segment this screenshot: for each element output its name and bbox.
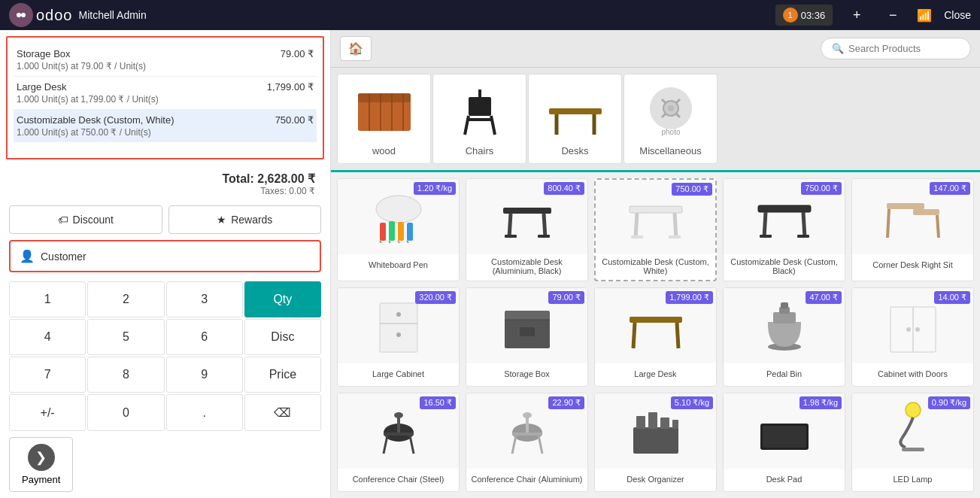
product-price-badge: 1,799.00 ₹ [666, 291, 713, 304]
product-name: Pedal Bin [724, 363, 845, 386]
product-price-badge: 147.00 ₹ [930, 182, 970, 195]
product-price-badge: 1.98 ₹/kg [799, 396, 842, 409]
order-item[interactable]: Large Desk 1,799.00 ₹ 1.000 Unit(s) at 1… [14, 77, 317, 110]
order-item[interactable]: Storage Box 79.00 ₹ 1.000 Unit(s) at 79.… [14, 44, 317, 77]
numpad-key-0[interactable]: 0 [87, 394, 164, 431]
product-card[interactable]: 750.00 ₹ Customizable Desk (Custom, Whit… [594, 178, 717, 281]
product-card[interactable]: 800.40 ₹ Customizable Desk (Aluminium, B… [466, 178, 588, 281]
svg-line-33 [509, 214, 511, 238]
svg-line-61 [677, 323, 678, 348]
numpad-key-1[interactable]: 1 [9, 281, 86, 317]
svg-point-68 [906, 327, 911, 332]
numpad-key-2[interactable]: 2 [87, 281, 164, 317]
numpad-key-7[interactable]: 7 [9, 357, 86, 393]
product-card[interactable]: 14.00 ₹ Cabinet with Doors [851, 287, 974, 387]
order-item-name: Customizable Desk (Custom, White) [17, 114, 174, 126]
svg-line-29 [389, 241, 390, 243]
numpad-key-⌫[interactable]: ⌫ [244, 394, 321, 431]
product-card[interactable]: 147.00 ₹ Corner Desk Right Sit [851, 178, 974, 281]
svg-line-38 [636, 213, 637, 238]
numpad-key-8[interactable]: 8 [87, 357, 164, 393]
user-name: Mitchell Admin [79, 9, 147, 21]
product-card[interactable]: 0.90 ₹/kg LED Lamp [851, 393, 974, 492]
numpad-key-3[interactable]: 3 [166, 281, 243, 317]
rewards-button[interactable]: ★ Rewards [168, 205, 322, 234]
product-price-badge: 800.40 ₹ [544, 182, 584, 195]
numpad-key-9[interactable]: 9 [166, 357, 243, 393]
numpad-key-qty[interactable]: Qty [244, 281, 321, 317]
category-img: photo [641, 82, 701, 142]
svg-rect-46 [797, 235, 809, 238]
home-button[interactable]: 🏠 [340, 36, 372, 61]
svg-rect-51 [380, 303, 417, 352]
svg-line-43 [764, 212, 766, 238]
numpad-key-disc[interactable]: Disc [244, 319, 321, 355]
product-card[interactable]: 320.00 ₹ Large Cabinet [337, 287, 460, 387]
svg-rect-26 [398, 222, 404, 241]
product-card[interactable]: 5.10 ₹/kg Desk Organizer [594, 393, 717, 492]
svg-point-75 [394, 412, 403, 418]
category-card-wood[interactable]: wood [337, 74, 431, 164]
payment-button[interactable]: ❯ Payment [9, 437, 73, 492]
remove-session-button[interactable]: − [881, 3, 905, 27]
order-totals: Total: 2,628.00 ₹ Taxes: 0.00 ₹ [6, 165, 324, 199]
numpad-key-+-[interactable]: +/- [9, 394, 86, 431]
numpad-key-6[interactable]: 6 [166, 319, 243, 355]
customer-label: Customer [41, 251, 86, 263]
svg-rect-32 [503, 208, 551, 214]
product-card[interactable]: 79.00 ₹ Storage Box [466, 287, 588, 387]
search-box[interactable]: 🔍 [821, 38, 971, 59]
numpad: 123Qty456Disc789Price+/-0.⌫ [0, 278, 330, 437]
numpad-key-5[interactable]: 5 [87, 319, 164, 355]
order-item[interactable]: Customizable Desk (Custom, White) 750.00… [14, 110, 317, 142]
category-img [354, 82, 414, 142]
discount-button[interactable]: 🏷 Discount [9, 205, 162, 234]
product-card[interactable]: 47.00 ₹ Pedal Bin [723, 287, 845, 387]
discount-label: Discount [73, 214, 114, 226]
session-timer: 03:36 [801, 10, 826, 21]
product-name: Customizable Desk (Aluminium, Black) [466, 254, 587, 280]
category-card-miscellaneous[interactable]: photo Miscellaneous [623, 74, 718, 164]
product-name: Large Desk [595, 363, 716, 386]
svg-rect-37 [630, 206, 682, 213]
top-bar: odoo Mitchell Admin 1 03:36 + − 📶 Close [0, 0, 980, 30]
svg-rect-47 [887, 203, 924, 209]
odoo-logo: odoo [9, 3, 73, 27]
search-input[interactable] [848, 43, 954, 54]
category-label: Desks [561, 145, 588, 156]
product-card[interactable]: 16.50 ₹ Conference Chair (Steel) [337, 393, 460, 492]
category-img [450, 82, 510, 142]
wifi-icon: 📶 [917, 8, 932, 23]
svg-rect-86 [672, 420, 678, 429]
svg-line-44 [803, 212, 805, 238]
product-card[interactable]: 1.98 ₹/kg Desk Pad [723, 393, 845, 492]
session-info[interactable]: 1 03:36 [775, 5, 833, 26]
add-session-button[interactable]: + [845, 3, 869, 27]
numpad-key-4[interactable]: 4 [9, 319, 86, 355]
category-label: Chairs [466, 145, 494, 156]
svg-rect-71 [384, 433, 414, 436]
product-card[interactable]: 1,799.00 ₹ Large Desk [594, 287, 717, 387]
product-name: Customizable Desk (Custom, White) [596, 254, 715, 280]
customer-row[interactable]: 👤 Customer [9, 240, 321, 272]
numpad-key-price[interactable]: Price [244, 357, 321, 393]
close-button[interactable]: Close [944, 9, 971, 21]
category-card-desks[interactable]: Desks [528, 74, 622, 164]
product-card[interactable]: 1.20 ₹/kg Whiteboard Pen [337, 178, 460, 281]
category-card-chairs[interactable]: Chairs [432, 74, 526, 164]
product-card[interactable]: 22.90 ₹ Conference Chair (Aluminium) [466, 393, 588, 492]
svg-rect-14 [549, 108, 602, 114]
product-card[interactable]: 750.00 ₹ Customizable Desk (Custom, Blac… [723, 178, 845, 281]
svg-rect-84 [648, 412, 657, 429]
customer-icon: 👤 [20, 249, 35, 263]
svg-rect-56 [505, 311, 550, 320]
svg-line-28 [380, 241, 381, 243]
svg-rect-83 [636, 416, 645, 429]
category-label: Miscellaneous [639, 145, 701, 156]
product-name: Storage Box [466, 363, 587, 386]
svg-line-79 [539, 436, 542, 454]
svg-rect-25 [389, 221, 395, 241]
product-name: Desk Pad [724, 469, 845, 491]
numpad-key-.[interactable]: . [166, 394, 243, 431]
order-list: Storage Box 79.00 ₹ 1.000 Unit(s) at 79.… [6, 36, 324, 159]
